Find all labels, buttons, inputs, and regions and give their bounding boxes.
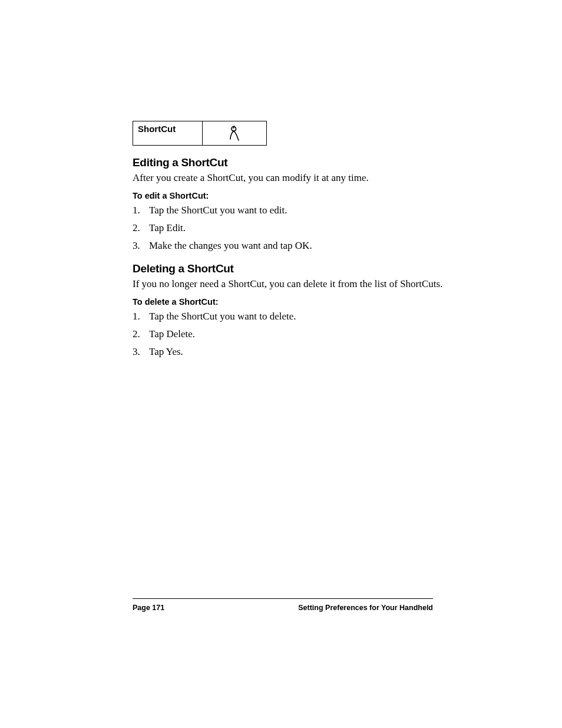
list-item: Tap Edit. [133, 222, 445, 235]
list-item: Tap the ShortCut you want to edit. [133, 204, 445, 218]
proc-heading-delete: To delete a ShortCut: [133, 297, 445, 307]
heading-deleting-shortcut: Deleting a ShortCut [133, 262, 445, 275]
list-item: Make the changes you want and tap OK. [133, 239, 445, 253]
shortcut-figure: ShortCut [133, 121, 267, 146]
list-item: Tap the ShortCut you want to delete. [133, 310, 445, 324]
shortcut-glyph-cell [203, 121, 266, 145]
list-item: Tap Delete. [133, 328, 445, 341]
delete-steps-list: Tap the ShortCut you want to delete. Tap… [133, 310, 445, 359]
footer-rule [133, 598, 433, 599]
proc-heading-edit: To edit a ShortCut: [133, 191, 445, 200]
edit-steps-list: Tap the ShortCut you want to edit. Tap E… [133, 204, 445, 253]
heading-editing-shortcut: Editing a ShortCut [133, 156, 445, 169]
page-footer: Page 171 Setting Preferences for Your Ha… [133, 598, 433, 612]
list-item: Tap Yes. [133, 345, 445, 359]
footer-title: Setting Preferences for Your Handheld [298, 604, 433, 612]
intro-deleting: If you no longer need a ShortCut, you ca… [133, 278, 445, 291]
page-number: Page 171 [133, 604, 164, 612]
shortcut-stroke-icon [229, 125, 240, 141]
shortcut-figure-label: ShortCut [133, 121, 203, 145]
intro-editing: After you create a ShortCut, you can mod… [133, 172, 445, 185]
